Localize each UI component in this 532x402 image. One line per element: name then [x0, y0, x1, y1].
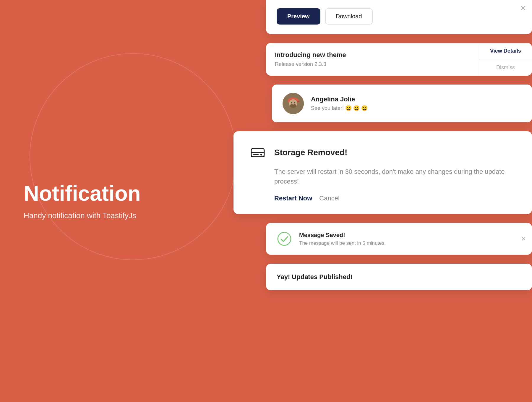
message-saved-card: Message Saved! The message will be sent …: [266, 223, 532, 255]
card2-title: Introducing new theme: [275, 51, 470, 59]
check-circle-icon: [277, 231, 292, 247]
card2-actions: View Details Dismiss: [479, 43, 532, 76]
notifications-area: Preview Download ✕ Introducing new theme…: [222, 0, 532, 402]
card4-title: Storage Removed!: [274, 148, 347, 157]
svg-point-6: [291, 102, 292, 103]
storage-icon: [248, 143, 267, 162]
avatar-message-card: Angelina Jolie See you later! 😀 😀 😀: [272, 85, 532, 122]
svg-point-12: [260, 154, 262, 155]
card3-name: Angelina Jolie: [311, 95, 368, 103]
view-details-button[interactable]: View Details: [479, 43, 532, 59]
download-button[interactable]: Download: [325, 8, 373, 25]
left-section: Notification Handy notification with Toa…: [24, 182, 141, 220]
page-title: Notification: [24, 182, 141, 205]
card6-title: Yay! Updates Published!: [277, 273, 521, 281]
dismiss-button[interactable]: Dismiss: [479, 59, 532, 76]
storage-removed-card: Storage Removed! The server will restart…: [233, 131, 532, 214]
card2-subtitle: Release version 2.3.3: [275, 61, 470, 67]
svg-point-7: [294, 102, 295, 103]
preview-button[interactable]: Preview: [277, 8, 320, 25]
card5-text: Message Saved! The message will be sent …: [299, 232, 386, 246]
card4-body-text: The server will restart in 30 seconds, d…: [274, 168, 505, 185]
card5-body: The message will be sent in 5 minutes.: [299, 240, 386, 246]
card4-body: The server will restart in 30 seconds, d…: [248, 167, 517, 186]
svg-point-14: [278, 232, 291, 245]
close-icon[interactable]: ✕: [520, 5, 526, 12]
card5-close-icon[interactable]: ✕: [521, 235, 526, 242]
svg-point-8: [293, 104, 294, 105]
restart-button[interactable]: Restart Now: [274, 194, 312, 202]
card3-message: See you later! 😀 😀 😀: [311, 105, 368, 111]
cancel-button[interactable]: Cancel: [319, 194, 339, 202]
svg-rect-3: [297, 101, 300, 102]
card3-text: Angelina Jolie See you later! 😀 😀 😀: [311, 95, 368, 111]
card2-content: Introducing new theme Release version 2.…: [266, 43, 479, 76]
card5-title: Message Saved!: [299, 232, 386, 239]
avatar: [283, 93, 304, 114]
preview-download-card: Preview Download ✕: [266, 0, 532, 34]
card4-header: Storage Removed!: [248, 143, 517, 162]
page-subtitle: Handy notification with ToastifyJs: [24, 211, 141, 220]
card4-actions: Restart Now Cancel: [248, 194, 517, 202]
background-circle: [30, 53, 236, 260]
theme-notification-card: Introducing new theme Release version 2.…: [266, 43, 532, 76]
card1-buttons: Preview Download: [277, 8, 373, 25]
updates-published-card: Yay! Updates Published!: [266, 264, 532, 290]
